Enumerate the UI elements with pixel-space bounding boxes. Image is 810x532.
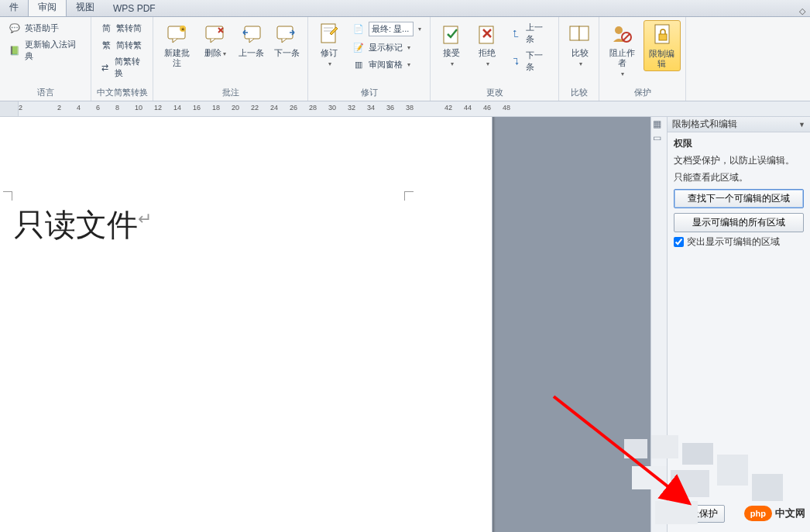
svg-text:★: ★ [180, 26, 185, 32]
show-markup-dropdown[interactable]: 📝 显示标记 ▾ [348, 39, 425, 55]
margin-marker-icon [404, 191, 414, 201]
document-icon: 📄 [352, 23, 366, 36]
stop-protection-button[interactable]: 停止保护 [674, 505, 725, 523]
svg-line-19 [623, 34, 630, 40]
next-comment-button[interactable]: 下一条 [270, 20, 303, 60]
highlight-regions-input[interactable] [674, 237, 684, 247]
next-change-label: 下一条 [526, 50, 551, 73]
show-all-regions-button[interactable]: 显示可编辑的所有区域 [674, 213, 804, 232]
group-label-changes: 更改 [434, 87, 555, 101]
ruler-row: 2246810121416182022242628303234363842444… [0, 101, 810, 117]
english-assistant-label: 英语助手 [25, 22, 59, 34]
document-background [493, 117, 650, 532]
accept-change-label: 接受▾ [443, 48, 460, 69]
margin-marker-icon [3, 191, 12, 201]
track-changes-button[interactable]: 修订▾ [313, 20, 345, 70]
simp-to-trad-label: 简转繁 [116, 39, 142, 51]
vertical-scrollbar-gutter[interactable]: ▦ ▭ [650, 117, 668, 532]
svg-rect-3 [206, 26, 223, 39]
restrict-editing-icon [650, 22, 674, 47]
reviewing-pane-dropdown[interactable]: ▥ 审阅窗格 ▾ [348, 57, 425, 72]
svg-rect-16 [579, 26, 589, 40]
tab-review[interactable]: 审阅 [28, 0, 67, 16]
watermark-logo: php [744, 506, 772, 521]
english-assistant-button[interactable]: 💬 英语助手 [5, 20, 86, 36]
svg-rect-11 [444, 26, 458, 43]
document-content[interactable]: 只读文件↵ [14, 204, 152, 246]
document-area: 只读文件↵ [0, 117, 650, 532]
ruler-options-icon[interactable]: ▦ [653, 118, 661, 129]
restrict-editing-panel: 限制格式和编辑 ▼ 权限 文档受保护，以防止误编辑。 只能查看此区域。 查找下一… [668, 117, 810, 532]
convert-icon: ⇄ [99, 61, 112, 74]
restrict-editing-label: 限制编辑 [647, 49, 678, 69]
new-comment-icon: ★ [165, 22, 190, 46]
simp-icon: 简 [99, 22, 113, 34]
prev-comment-label: 上一条 [239, 48, 264, 58]
display-for-review-value: 最终: 显... [369, 22, 414, 36]
track-changes-label: 修订▾ [321, 48, 338, 69]
prev-arrow-icon: ⮤ [510, 27, 523, 39]
prev-change-button[interactable]: ⮤ 上一条 [506, 20, 554, 46]
svg-rect-15 [570, 26, 579, 40]
tab-mail[interactable]: 件 [0, 0, 28, 16]
prev-comment-button[interactable]: 上一条 [235, 20, 267, 60]
highlight-regions-label: 突出显示可编辑的区域 [687, 235, 780, 249]
block-authors-label: 阻止作者▾ [607, 48, 637, 79]
panel-title: 限制格式和编辑 [672, 118, 798, 131]
dropdown-arrow-icon: ▾ [407, 61, 410, 68]
track-changes-icon [317, 22, 342, 46]
delete-comment-label: 删除▾ [204, 48, 226, 59]
ribbon-minimize-icon[interactable]: ◇ [799, 6, 805, 16]
accept-change-button[interactable]: 接受▾ [435, 20, 468, 70]
panel-header: 限制格式和编辑 ▼ [668, 117, 810, 132]
reject-change-label: 拒绝▾ [479, 48, 496, 69]
panel-dropdown-icon[interactable]: ▼ [798, 121, 805, 129]
reviewing-pane-label: 审阅窗格 [369, 59, 403, 70]
compare-icon [568, 22, 592, 46]
reject-change-button[interactable]: 拒绝▾ [471, 20, 503, 70]
panel-text-2: 只能查看此区域。 [674, 170, 804, 184]
delete-comment-button[interactable]: 删除▾ [199, 20, 232, 60]
find-next-region-button[interactable]: 查找下一个可编辑的区域 [674, 189, 804, 208]
prev-comment-icon [239, 22, 263, 46]
simp-to-trad-button[interactable]: 繁 简转繁 [96, 37, 148, 53]
paragraph-mark-icon: ↵ [138, 209, 152, 228]
next-change-button[interactable]: ⮧ 下一条 [506, 48, 554, 74]
next-comment-icon [274, 22, 299, 46]
simp-trad-convert-label: 简繁转换 [115, 56, 145, 79]
watermark: php 中文网 [744, 506, 805, 521]
update-ime-button[interactable]: 📗 更新输入法词典 [5, 37, 86, 63]
trad-icon: 繁 [99, 39, 113, 51]
ruler-corner [0, 101, 19, 116]
compare-label: 比较▾ [571, 48, 589, 69]
block-authors-button[interactable]: 阻止作者▾ [604, 20, 640, 81]
dropdown-arrow-icon: ▾ [418, 26, 421, 33]
new-comment-button[interactable]: ★ 新建批注 [158, 20, 196, 70]
panel-text-1: 文档受保护，以防止误编辑。 [674, 153, 804, 167]
trad-to-simp-label: 繁转简 [116, 22, 142, 34]
highlight-regions-checkbox[interactable]: 突出显示可编辑的区域 [674, 235, 804, 249]
svg-rect-21 [659, 34, 667, 40]
dropdown-arrow-icon: ▾ [407, 44, 410, 51]
horizontal-ruler[interactable]: 2246810121416182022242628303234363842444… [19, 101, 810, 116]
group-label-comments: 批注 [156, 87, 304, 101]
tab-bar: 件 审阅 视图 WPS PDF ◇ [0, 0, 810, 17]
document-page[interactable]: 只读文件↵ [0, 117, 493, 532]
tab-wpspdf[interactable]: WPS PDF [104, 1, 165, 16]
restrict-editing-button[interactable]: 限制编辑 [644, 20, 681, 71]
group-label-compare: 比较 [562, 87, 595, 101]
dictionary-icon: 📗 [8, 44, 22, 57]
tab-view[interactable]: 视图 [67, 0, 104, 16]
svg-point-17 [615, 26, 623, 34]
accept-icon [439, 22, 464, 46]
simp-trad-convert-button[interactable]: ⇄ 简繁转换 [96, 54, 148, 81]
ribbon: 💬 英语助手 📗 更新输入法词典 语言 简 繁转简 繁 简转繁 [0, 17, 810, 101]
compare-button[interactable]: 比较▾ [564, 20, 596, 70]
group-label-language: 语言 [3, 87, 88, 101]
display-for-review-dropdown[interactable]: 📄 最终: 显... ▾ [348, 20, 425, 38]
document-text: 只读文件 [14, 208, 138, 242]
split-icon[interactable]: ▭ [653, 132, 661, 143]
trad-to-simp-button[interactable]: 简 繁转简 [96, 20, 148, 36]
next-comment-label: 下一条 [274, 48, 300, 58]
markup-icon: 📝 [352, 41, 366, 53]
